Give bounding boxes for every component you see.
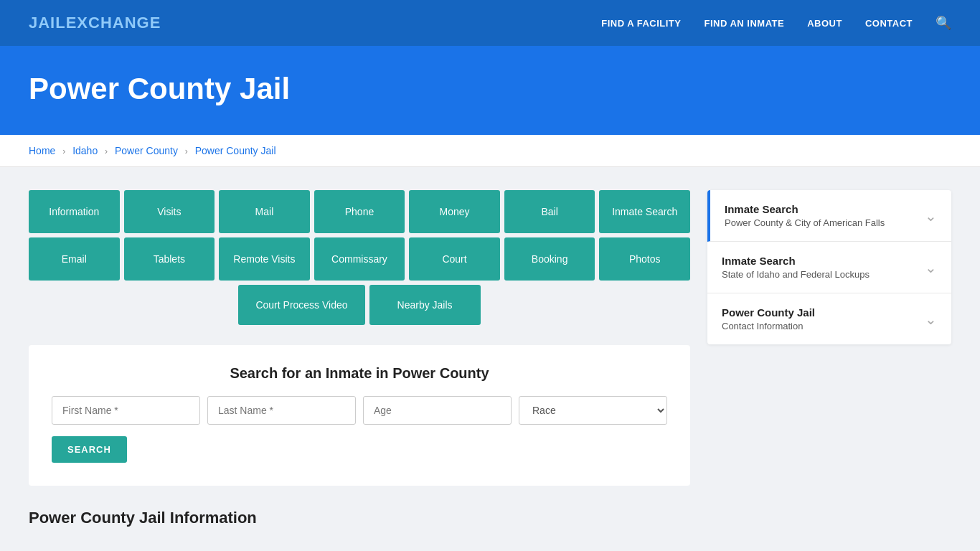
breadcrumb-sep-2: › bbox=[105, 146, 108, 156]
sidebar-item-title-2: Power County Jail bbox=[722, 306, 815, 319]
page-title: Power County Jail bbox=[29, 72, 951, 106]
header: JAILEXCHANGE FIND A FACILITY FIND AN INM… bbox=[0, 0, 980, 46]
search-section: Search for an Inmate in Power County Rac… bbox=[29, 345, 690, 486]
search-heading: Search for an Inmate in Power County bbox=[52, 365, 667, 382]
chevron-icon-1: ⌄ bbox=[925, 259, 937, 276]
bottom-heading: Power County Jail Information bbox=[29, 509, 690, 527]
breadcrumb-idaho[interactable]: Idaho bbox=[72, 145, 98, 156]
btn-bail[interactable]: Bail bbox=[504, 190, 595, 233]
age-input[interactable] bbox=[363, 396, 512, 425]
btn-court[interactable]: Court bbox=[409, 237, 500, 281]
first-name-input[interactable] bbox=[52, 396, 200, 425]
btn-email[interactable]: Email bbox=[29, 237, 120, 281]
sidebar-item-subtitle-0: Power County & City of American Falls bbox=[725, 217, 885, 228]
chevron-icon-2: ⌄ bbox=[925, 311, 937, 328]
logo-exchange: EXCHANGE bbox=[66, 14, 161, 32]
btn-money[interactable]: Money bbox=[409, 190, 500, 233]
btn-booking[interactable]: Booking bbox=[504, 237, 595, 281]
nav-buttons-row1: Information Visits Mail Phone Money Bail… bbox=[29, 190, 690, 233]
sidebar-item-title-0: Inmate Search bbox=[725, 203, 885, 215]
btn-inmate-search[interactable]: Inmate Search bbox=[599, 190, 690, 233]
race-select[interactable]: Race White Black Hispanic Asian Native A… bbox=[519, 396, 667, 425]
breadcrumb-sep-1: › bbox=[62, 146, 65, 156]
last-name-input[interactable] bbox=[207, 396, 356, 425]
nav-buttons-row3: Court Process Video Nearby Jails bbox=[29, 285, 690, 325]
breadcrumb-current: Power County Jail bbox=[195, 145, 276, 156]
sidebar-item-1[interactable]: Inmate Search State of Idaho and Federal… bbox=[707, 242, 951, 293]
btn-remote-visits[interactable]: Remote Visits bbox=[219, 237, 310, 281]
search-button[interactable]: SEARCH bbox=[52, 436, 127, 463]
btn-photos[interactable]: Photos bbox=[599, 237, 690, 281]
breadcrumb-power-county[interactable]: Power County bbox=[115, 145, 178, 156]
left-column: Information Visits Mail Phone Money Bail… bbox=[29, 190, 690, 527]
btn-commissary[interactable]: Commissary bbox=[314, 237, 405, 281]
breadcrumb-home[interactable]: Home bbox=[29, 145, 55, 156]
btn-tablets[interactable]: Tablets bbox=[124, 237, 215, 281]
nav-about[interactable]: ABOUT bbox=[807, 18, 842, 29]
sidebar-item-subtitle-2: Contact Information bbox=[722, 321, 815, 331]
sidebar-item-text-1: Inmate Search State of Idaho and Federal… bbox=[722, 255, 870, 280]
btn-nearby-jails[interactable]: Nearby Jails bbox=[369, 285, 481, 325]
breadcrumb: Home › Idaho › Power County › Power Coun… bbox=[0, 135, 980, 167]
chevron-icon-0: ⌄ bbox=[925, 207, 937, 225]
btn-phone[interactable]: Phone bbox=[314, 190, 405, 233]
sidebar-item-2[interactable]: Power County Jail Contact Information ⌄ bbox=[707, 293, 951, 344]
nav-buttons-row2: Email Tablets Remote Visits Commissary C… bbox=[29, 237, 690, 281]
btn-mail[interactable]: Mail bbox=[219, 190, 310, 233]
nav-find-facility[interactable]: FIND A FACILITY bbox=[601, 18, 681, 29]
sidebar-card: Inmate Search Power County & City of Ame… bbox=[707, 190, 951, 344]
logo[interactable]: JAILEXCHANGE bbox=[29, 14, 161, 32]
btn-visits[interactable]: Visits bbox=[124, 190, 215, 233]
nav-contact[interactable]: CONTACT bbox=[865, 18, 913, 29]
btn-information[interactable]: Information bbox=[29, 190, 120, 233]
search-icon[interactable]: 🔍 bbox=[936, 15, 951, 31]
sidebar-item-0[interactable]: Inmate Search Power County & City of Ame… bbox=[707, 190, 951, 242]
nav-find-inmate[interactable]: FIND AN INMATE bbox=[704, 18, 784, 29]
sidebar-item-title-1: Inmate Search bbox=[722, 255, 870, 267]
btn-court-process-video[interactable]: Court Process Video bbox=[238, 285, 364, 325]
search-fields: Race White Black Hispanic Asian Native A… bbox=[52, 396, 667, 425]
sidebar-item-subtitle-1: State of Idaho and Federal Lockups bbox=[722, 269, 870, 280]
main-nav: FIND A FACILITY FIND AN INMATE ABOUT CON… bbox=[601, 15, 951, 31]
main-content: Information Visits Mail Phone Money Bail… bbox=[0, 167, 980, 550]
hero-section: Power County Jail bbox=[0, 46, 980, 135]
breadcrumb-sep-3: › bbox=[185, 146, 188, 156]
sidebar-item-text-2: Power County Jail Contact Information bbox=[722, 306, 815, 331]
logo-jail: JAIL bbox=[29, 14, 66, 32]
right-sidebar: Inmate Search Power County & City of Ame… bbox=[707, 190, 951, 344]
sidebar-item-text-0: Inmate Search Power County & City of Ame… bbox=[725, 203, 885, 228]
